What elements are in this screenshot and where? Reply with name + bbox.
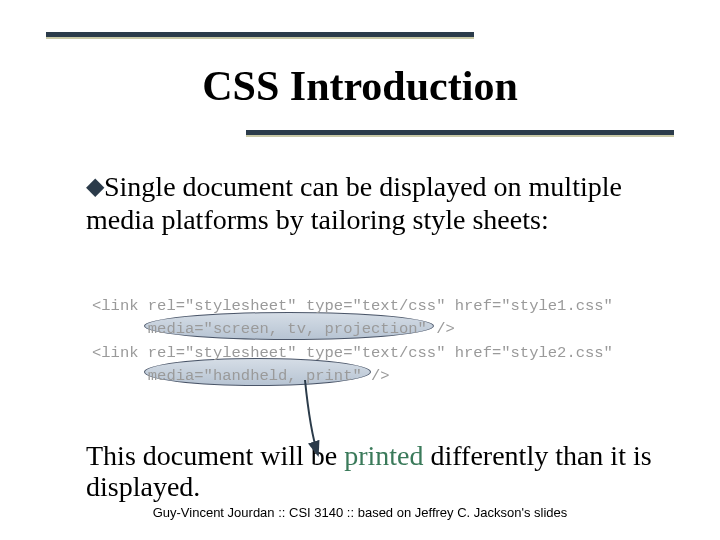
- bullet-text: Single document can be displayed on mult…: [86, 171, 622, 235]
- slide: CSS Introduction ◆Single document can be…: [0, 0, 720, 540]
- bullet-line: ◆Single document can be displayed on mul…: [86, 170, 646, 236]
- body-text: ◆Single document can be displayed on mul…: [86, 170, 646, 236]
- arrow-icon: [300, 360, 420, 480]
- code-line-1: <link rel="stylesheet" type="text/css" h…: [92, 295, 652, 318]
- slide-title: CSS Introduction: [0, 62, 720, 110]
- footer-text: Guy-Vincent Jourdan :: CSI 3140 :: based…: [0, 505, 720, 520]
- diamond-bullet-icon: ◆: [86, 172, 104, 199]
- mid-divider: [246, 130, 674, 135]
- code-line-2: media="screen, tv, projection" />: [92, 318, 652, 341]
- top-divider: [46, 32, 474, 37]
